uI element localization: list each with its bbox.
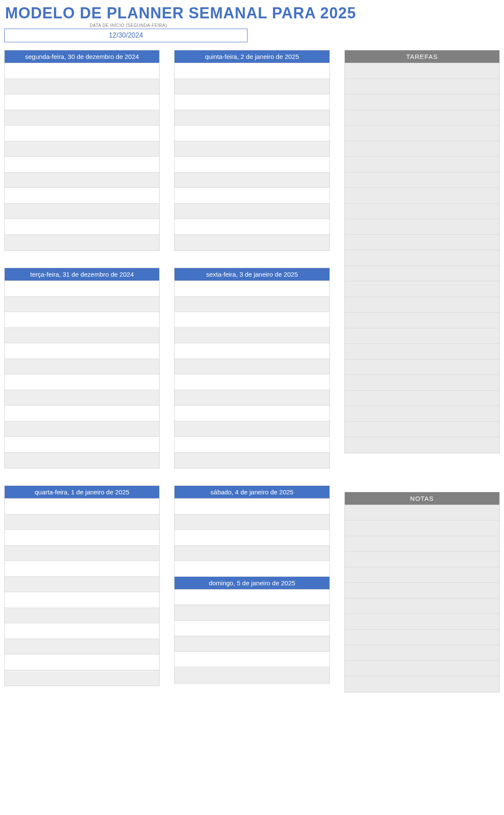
entry-row[interactable]	[175, 79, 329, 95]
task-row[interactable]	[345, 126, 499, 141]
task-row[interactable]	[345, 359, 499, 375]
task-row[interactable]	[345, 344, 499, 359]
task-row[interactable]	[345, 422, 499, 438]
note-row[interactable]	[345, 614, 499, 630]
entry-row[interactable]	[175, 94, 329, 110]
entry-row[interactable]	[5, 592, 159, 608]
note-row[interactable]	[345, 552, 499, 567]
entry-row[interactable]	[5, 639, 159, 655]
note-row[interactable]	[345, 583, 499, 599]
task-row[interactable]	[345, 188, 499, 204]
task-row[interactable]	[345, 219, 499, 235]
task-row[interactable]	[345, 79, 499, 95]
entry-row[interactable]	[175, 406, 329, 421]
task-row[interactable]	[345, 157, 499, 172]
note-row[interactable]	[345, 520, 499, 536]
entry-row[interactable]	[175, 328, 329, 344]
entry-row[interactable]	[5, 110, 159, 126]
entry-row[interactable]	[175, 621, 329, 637]
entry-row[interactable]	[5, 188, 159, 204]
task-row[interactable]	[345, 437, 499, 453]
task-row[interactable]	[345, 63, 499, 79]
note-row[interactable]	[345, 505, 499, 521]
entry-row[interactable]	[175, 605, 329, 621]
entry-row[interactable]	[5, 577, 159, 593]
entry-row[interactable]	[5, 406, 159, 421]
entry-row[interactable]	[5, 359, 159, 375]
note-row[interactable]	[345, 599, 499, 614]
note-row[interactable]	[345, 536, 499, 552]
entry-row[interactable]	[5, 281, 159, 297]
note-row[interactable]	[345, 567, 499, 583]
entry-row[interactable]	[175, 219, 329, 235]
entry-row[interactable]	[5, 343, 159, 359]
task-row[interactable]	[345, 172, 499, 188]
entry-row[interactable]	[175, 172, 329, 188]
entry-row[interactable]	[5, 63, 159, 79]
task-row[interactable]	[345, 281, 499, 297]
entry-row[interactable]	[5, 546, 159, 561]
task-row[interactable]	[345, 250, 499, 266]
entry-row[interactable]	[175, 281, 329, 297]
entry-row[interactable]	[175, 667, 329, 683]
entry-row[interactable]	[5, 530, 159, 546]
entry-row[interactable]	[175, 235, 329, 251]
entry-row[interactable]	[5, 374, 159, 390]
entry-row[interactable]	[175, 312, 329, 328]
note-row[interactable]	[345, 676, 499, 692]
entry-row[interactable]	[5, 499, 159, 514]
task-row[interactable]	[345, 94, 499, 110]
entry-row[interactable]	[175, 110, 329, 126]
entry-row[interactable]	[175, 514, 329, 530]
start-date-input[interactable]: 12/30/2024	[4, 29, 248, 42]
task-row[interactable]	[345, 328, 499, 344]
entry-row[interactable]	[175, 499, 329, 514]
task-row[interactable]	[345, 235, 499, 251]
entry-row[interactable]	[175, 126, 329, 141]
entry-row[interactable]	[175, 590, 329, 605]
task-row[interactable]	[345, 266, 499, 282]
entry-row[interactable]	[5, 235, 159, 251]
entry-row[interactable]	[175, 188, 329, 204]
task-row[interactable]	[345, 204, 499, 219]
entry-row[interactable]	[5, 157, 159, 172]
note-row[interactable]	[345, 630, 499, 646]
entry-row[interactable]	[5, 437, 159, 453]
entry-row[interactable]	[5, 172, 159, 188]
entry-row[interactable]	[175, 546, 329, 561]
task-row[interactable]	[345, 391, 499, 406]
entry-row[interactable]	[175, 297, 329, 313]
entry-row[interactable]	[175, 530, 329, 546]
entry-row[interactable]	[175, 374, 329, 390]
entry-row[interactable]	[175, 390, 329, 406]
entry-row[interactable]	[5, 141, 159, 157]
entry-row[interactable]	[175, 561, 329, 577]
entry-row[interactable]	[5, 219, 159, 235]
entry-row[interactable]	[5, 328, 159, 344]
entry-row[interactable]	[175, 421, 329, 437]
entry-row[interactable]	[175, 141, 329, 157]
entry-row[interactable]	[5, 561, 159, 577]
entry-row[interactable]	[175, 453, 329, 468]
entry-row[interactable]	[175, 204, 329, 219]
entry-row[interactable]	[175, 437, 329, 453]
entry-row[interactable]	[175, 343, 329, 359]
entry-row[interactable]	[5, 670, 159, 686]
task-row[interactable]	[345, 297, 499, 313]
task-row[interactable]	[345, 406, 499, 422]
entry-row[interactable]	[5, 654, 159, 670]
entry-row[interactable]	[175, 636, 329, 652]
entry-row[interactable]	[5, 126, 159, 141]
entry-row[interactable]	[5, 514, 159, 530]
entry-row[interactable]	[5, 94, 159, 110]
entry-row[interactable]	[5, 297, 159, 313]
task-row[interactable]	[345, 110, 499, 126]
entry-row[interactable]	[175, 359, 329, 375]
entry-row[interactable]	[5, 312, 159, 328]
entry-row[interactable]	[5, 623, 159, 639]
note-row[interactable]	[345, 661, 499, 677]
entry-row[interactable]	[5, 79, 159, 95]
entry-row[interactable]	[5, 421, 159, 437]
entry-row[interactable]	[5, 204, 159, 219]
note-row[interactable]	[345, 645, 499, 661]
